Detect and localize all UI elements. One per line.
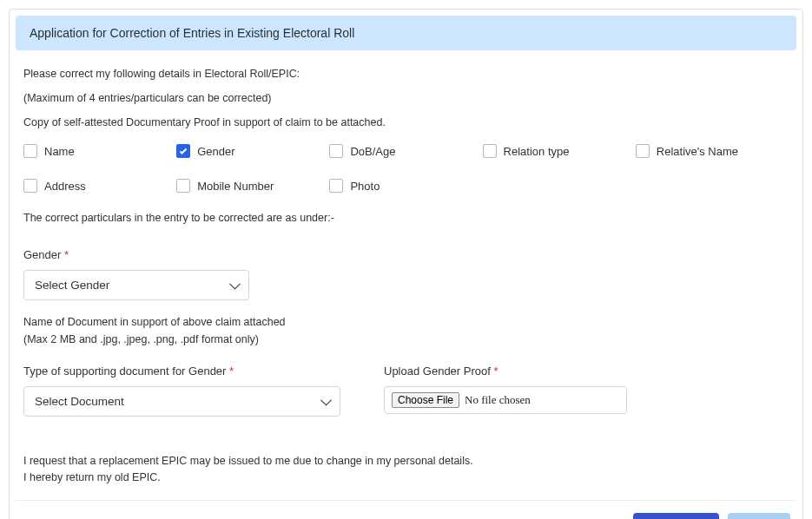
panel-title: Application for Correction of Entries in… (16, 16, 796, 50)
gender-label: Gender * (23, 248, 789, 261)
file-input-box: Choose File No file chosen (384, 386, 627, 414)
check-icon (178, 146, 188, 156)
checkbox-photo[interactable] (329, 179, 343, 193)
checkbox-item-photo: Photo (329, 179, 482, 193)
correction-panel: Application for Correction of Entries in… (9, 9, 803, 519)
next-button[interactable]: Next (728, 513, 790, 520)
checkbox-gender[interactable] (176, 144, 190, 158)
checkbox-label: Relation type (504, 145, 570, 158)
doc-type-label-text: Type of supporting document for Gender (23, 365, 226, 378)
required-marker: * (493, 365, 498, 378)
gender-label-text: Gender (23, 248, 61, 261)
checkbox-mobile-number[interactable] (176, 179, 190, 193)
checkbox-label: DoB/Age (350, 145, 395, 158)
declaration-line-2: I hereby return my old EPIC. (23, 470, 789, 486)
doc-type-field-group: Type of supporting document for Gender *… (23, 365, 340, 417)
correction-checkbox-grid: NameGenderDoB/AgeRelation typeRelative's… (23, 144, 789, 193)
upload-field-group: Upload Gender Proof * Choose File No fil… (384, 365, 627, 417)
gender-select[interactable]: Select Gender (23, 270, 249, 300)
intro-text-3: Copy of self-attested Documentary Proof … (23, 116, 789, 128)
footer-buttons: Previous Next (10, 501, 802, 520)
checkbox-label: Relative's Name (657, 145, 738, 158)
checkbox-address[interactable] (23, 179, 37, 193)
upload-label-text: Upload Gender Proof (384, 365, 491, 378)
doc-type-select-wrap: Select Document (23, 386, 340, 417)
checkbox-name[interactable] (23, 144, 37, 158)
document-note: Name of Document in support of above cla… (23, 316, 789, 328)
checkbox-item-relative-s-name: Relative's Name (636, 144, 789, 158)
section-under-text: The correct particulars in the entry to … (23, 212, 789, 224)
checkbox-label: Address (44, 180, 86, 193)
checkbox-item-mobile-number: Mobile Number (176, 179, 329, 193)
file-status-text: No file chosen (465, 393, 531, 407)
intro-text-1: Please correct my following details in E… (23, 68, 789, 80)
checkbox-item-address: Address (23, 179, 176, 193)
doc-type-select[interactable]: Select Document (23, 386, 340, 417)
required-marker: * (229, 365, 234, 378)
checkbox-label: Photo (350, 180, 380, 193)
checkbox-relation-type[interactable] (483, 144, 497, 158)
previous-button[interactable]: Previous (633, 513, 719, 520)
checkbox-dob-age[interactable] (329, 144, 343, 158)
gender-field-group: Gender * Select Gender (23, 248, 789, 300)
upload-label: Upload Gender Proof * (384, 365, 627, 378)
checkbox-label: Mobile Number (197, 180, 274, 193)
checkbox-item-dob-age: DoB/Age (329, 144, 482, 158)
checkbox-relative-s-name[interactable] (636, 144, 650, 158)
checkbox-item-relation-type: Relation type (483, 144, 636, 158)
document-subnote: (Max 2 MB and .jpg, .jpeg, .png, .pdf fo… (23, 333, 789, 345)
doc-type-label: Type of supporting document for Gender * (23, 365, 340, 378)
declaration-text: I request that a replacement EPIC may be… (23, 453, 789, 486)
intro-text-2: (Maximum of 4 entries/particulars can be… (23, 92, 789, 104)
checkbox-item-name: Name (23, 144, 176, 158)
choose-file-button[interactable]: Choose File (392, 392, 459, 408)
checkbox-label: Gender (197, 145, 234, 158)
checkbox-label: Name (44, 145, 75, 158)
declaration-line-1: I request that a replacement EPIC may be… (23, 453, 789, 470)
checkbox-item-gender: Gender (176, 144, 329, 158)
gender-select-wrap: Select Gender (23, 270, 249, 300)
required-marker: * (64, 248, 69, 261)
